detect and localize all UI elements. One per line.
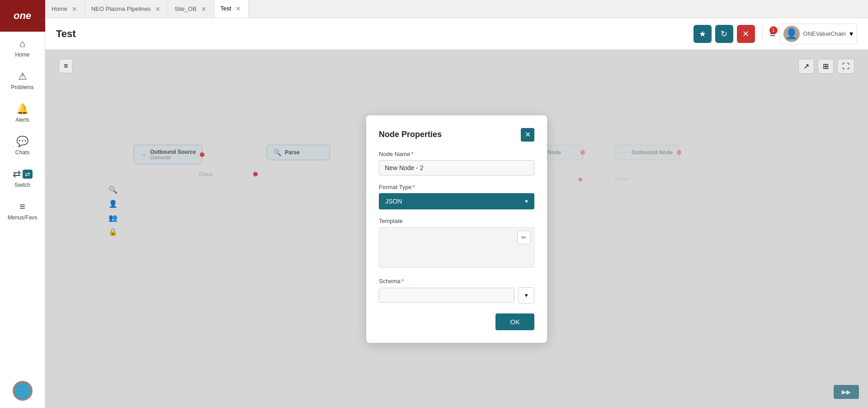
schema-label: Schema* [379, 278, 534, 285]
format-type-select[interactable]: JSON XML CSV Text [379, 193, 534, 209]
tab-test-label: Test [221, 5, 231, 12]
modal-overlay: Node Properties ✕ Node Name* Format Type… [45, 50, 868, 408]
tab-test-close[interactable]: ✕ [235, 5, 242, 12]
template-area: ✏ [379, 227, 534, 270]
sidebar-item-problems[interactable]: ⚠ Problems [0, 64, 45, 97]
sidebar-item-home[interactable]: ⌂ Home [0, 32, 45, 64]
switch-badge: ⇄ [23, 170, 33, 179]
toolbar: Test ★ ↻ ✕ ≡ 1 👤 ONEValueChain ▾ [45, 18, 868, 50]
canvas-area[interactable]: ≡ ↗ ⊞ ⛶ → Outbound Source Connector Outp… [45, 50, 868, 408]
tab-home-close[interactable]: ✕ [71, 5, 78, 13]
sidebar-avatar[interactable]: 🌐 [13, 381, 33, 401]
tab-site-ob-close[interactable]: ✕ [200, 5, 208, 13]
required-star3: * [401, 278, 404, 285]
globe-icon: 🌐 [14, 384, 30, 399]
main-content: Home ✕ NEO Plasma Pipelines ✕ Site_OB ✕ … [45, 0, 868, 408]
template-edit-button[interactable]: ✏ [517, 231, 531, 244]
node-name-label: Node Name* [379, 151, 534, 157]
page-title: Test [56, 28, 693, 40]
avatar-icon: 👤 [785, 28, 797, 40]
modal-title: Node Properties [379, 130, 442, 139]
avatar: 👤 [783, 26, 800, 42]
tab-neo-label: NEO Plasma Pipelines [91, 5, 151, 12]
sidebar-item-label: Problems [11, 84, 34, 90]
schema-group: Schema* ▾ [379, 278, 534, 304]
menu-btn-container: ≡ 1 [770, 28, 776, 40]
logo[interactable]: one [0, 0, 45, 32]
template-group: Template ✏ [379, 218, 534, 270]
schema-row: ▾ [379, 287, 534, 304]
notification-badge: 1 [769, 26, 778, 34]
dropdown-arrow-icon: ▾ [849, 29, 853, 38]
required-star2: * [413, 184, 415, 190]
sidebar-switch-label: Switch [14, 182, 30, 188]
modal-close-button[interactable]: ✕ [521, 128, 534, 142]
format-type-group: Format Type* JSON XML CSV Text [379, 184, 534, 209]
warning-icon: ⚠ [18, 71, 27, 82]
tab-home-label: Home [52, 5, 67, 12]
required-star: * [411, 151, 413, 157]
star-button[interactable]: ★ [693, 25, 712, 43]
format-type-label: Format Type* [379, 184, 534, 190]
ok-button[interactable]: OK [495, 313, 534, 330]
logo-text: one [14, 10, 31, 22]
tab-test[interactable]: Test ✕ [214, 0, 249, 18]
modal-header: Node Properties ✕ [379, 128, 534, 142]
tab-neo-close[interactable]: ✕ [154, 5, 161, 13]
sidebar-item-label: Menus/Favs [8, 214, 37, 221]
node-name-input[interactable] [379, 160, 534, 176]
sidebar-bottom: 🌐 [13, 381, 33, 408]
format-type-select-wrapper: JSON XML CSV Text [379, 193, 534, 209]
template-textarea[interactable] [379, 227, 534, 268]
toolbar-separator [762, 27, 763, 41]
chat-icon: 💬 [16, 136, 28, 147]
menu-icon: ≡ [19, 201, 25, 213]
tab-home[interactable]: Home ✕ [45, 0, 85, 18]
switch-icon: ⇄ [13, 168, 21, 180]
sidebar-item-switch[interactable]: ⇄ ⇄ Switch [0, 162, 45, 195]
sidebar-item-label: Chats [15, 149, 29, 156]
user-dropdown[interactable]: 👤 ONEValueChain ▾ [779, 24, 857, 44]
node-properties-modal: Node Properties ✕ Node Name* Format Type… [366, 115, 547, 343]
sidebar-item-label: Alerts [15, 117, 29, 123]
tab-site-ob-label: Site_OB [175, 5, 196, 12]
tab-bar: Home ✕ NEO Plasma Pipelines ✕ Site_OB ✕ … [45, 0, 868, 18]
tab-neo[interactable]: NEO Plasma Pipelines ✕ [85, 0, 169, 18]
switch-icons: ⇄ ⇄ [13, 168, 33, 180]
template-label: Template [379, 218, 534, 224]
schema-dropdown-button[interactable]: ▾ [518, 287, 534, 304]
toolbar-actions: ★ ↻ ✕ ≡ 1 👤 ONEValueChain ▾ [693, 24, 857, 44]
home-icon: ⌂ [19, 38, 25, 50]
close-button[interactable]: ✕ [737, 25, 755, 43]
tab-site-ob[interactable]: Site_OB ✕ [168, 0, 214, 18]
sidebar-item-menus[interactable]: ≡ Menus/Favs [0, 195, 45, 227]
sidebar-item-chats[interactable]: 💬 Chats [0, 129, 45, 162]
modal-footer: OK [379, 313, 534, 330]
sidebar-item-alerts[interactable]: 🔔 Alerts [0, 97, 45, 129]
sidebar-item-label: Home [15, 52, 29, 58]
node-name-group: Node Name* [379, 151, 534, 176]
schema-input[interactable] [379, 288, 514, 303]
sidebar: one ⌂ Home ⚠ Problems 🔔 Alerts 💬 Chats ⇄… [0, 0, 45, 408]
refresh-button[interactable]: ↻ [715, 25, 733, 43]
user-name: ONEValueChain [803, 30, 846, 37]
bell-icon: 🔔 [16, 103, 28, 115]
